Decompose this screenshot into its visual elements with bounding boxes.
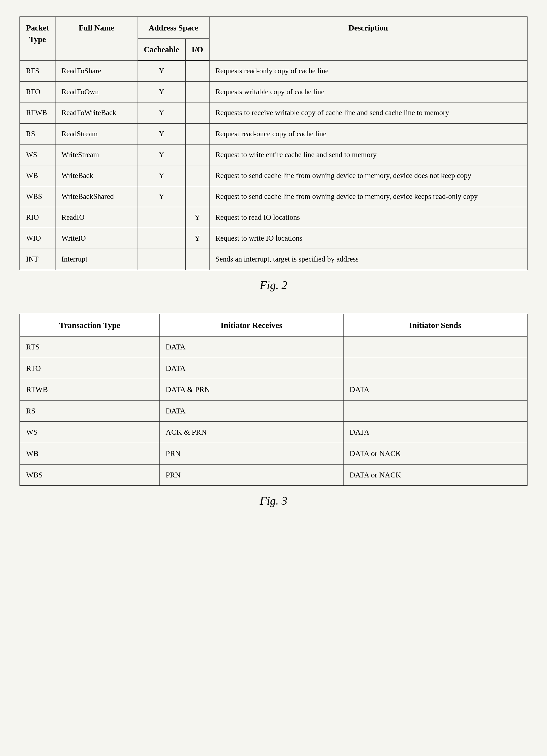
fig3-header-row: Transaction Type Initiator Receives Init… (20, 314, 527, 337)
fig3-cell-transaction-type: RS (20, 400, 160, 422)
fig2-cell-cacheable: Y (138, 186, 185, 207)
fig2-cell-packet-type: RS (20, 123, 55, 144)
fig3-caption: Fig. 3 (20, 494, 527, 507)
fig2-row: INTInterruptSends an interrupt, target i… (20, 249, 527, 270)
fig3-container: Transaction Type Initiator Receives Init… (20, 314, 527, 508)
fig2-cell-description: Request read-once copy of cache line (209, 123, 527, 144)
fig2-header-top: PacketType Full Name Address Space Descr… (20, 17, 527, 39)
fig2-cell-description: Request to send cache line from owning d… (209, 186, 527, 207)
fig2-cell-cacheable (138, 207, 185, 228)
fig2-cell-packet-type: RIO (20, 207, 55, 228)
fig3-row: RTODATA (20, 358, 527, 379)
fig2-row: WBSWriteBackSharedYRequest to send cache… (20, 186, 527, 207)
fig3-cell-transaction-type: WBS (20, 464, 160, 486)
fig3-row: WSACK & PRNDATA (20, 422, 527, 443)
fig2-caption: Fig. 2 (20, 279, 527, 292)
fig2-row: RSReadStreamYRequest read-once copy of c… (20, 123, 527, 144)
fig2-cell-cacheable: Y (138, 60, 185, 82)
fig2-row: RTWBReadToWriteBackYRequests to receive … (20, 102, 527, 123)
fig2-cell-cacheable (138, 249, 185, 270)
fig3-cell-initiator-sends (343, 400, 527, 422)
fig2-cell-description: Request to read IO locations (209, 207, 527, 228)
fig2-row: RTSReadToShareYRequests read-only copy o… (20, 60, 527, 82)
fig3-cell-transaction-type: RTWB (20, 379, 160, 401)
fig3-cell-initiator-sends: DATA (343, 422, 527, 443)
fig2-tbody: RTSReadToShareYRequests read-only copy o… (20, 60, 527, 270)
fig2-row: RTOReadToOwnYRequests writable copy of c… (20, 82, 527, 102)
fig3-row: RTWBDATA & PRNDATA (20, 379, 527, 401)
fig2-cell-description: Sends an interrupt, target is specified … (209, 249, 527, 270)
fig2-cell-full-name: ReadToOwn (55, 82, 138, 102)
fig3-tbody: RTSDATARTODATARTWBDATA & PRNDATARSDATAWS… (20, 336, 527, 486)
fig2-cell-cacheable: Y (138, 123, 185, 144)
page-wrapper: PacketType Full Name Address Space Descr… (20, 16, 527, 507)
fig2-cell-io (185, 165, 209, 186)
fig3-cell-initiator-receives: DATA (160, 400, 343, 422)
fig2-cell-cacheable (138, 228, 185, 249)
fig2-cell-description: Request to write IO locations (209, 228, 527, 249)
fig2-row: RIOReadIOYRequest to read IO locations (20, 207, 527, 228)
fig2-cell-cacheable: Y (138, 165, 185, 186)
fig3-cell-transaction-type: WB (20, 443, 160, 464)
fig3-cell-initiator-receives: DATA (160, 358, 343, 379)
fig3-table: Transaction Type Initiator Receives Init… (20, 314, 527, 486)
fig2-cell-io (185, 249, 209, 270)
fig2-cell-io: Y (185, 228, 209, 249)
fig2-row: WBWriteBackYRequest to send cache line f… (20, 165, 527, 186)
col-header-address-space: Address Space (138, 17, 209, 39)
fig3-row: WBPRNDATA or NACK (20, 443, 527, 464)
fig3-row: WBSPRNDATA or NACK (20, 464, 527, 486)
fig2-cell-full-name: ReadStream (55, 123, 138, 144)
fig3-cell-initiator-sends: DATA or NACK (343, 464, 527, 486)
fig3-cell-initiator-receives: DATA & PRN (160, 379, 343, 401)
fig2-cell-packet-type: WB (20, 165, 55, 186)
fig2-cell-io (185, 102, 209, 123)
fig2-cell-packet-type: INT (20, 249, 55, 270)
fig3-cell-initiator-receives: DATA (160, 336, 343, 358)
fig3-cell-initiator-sends (343, 358, 527, 379)
fig2-cell-description: Requests read-only copy of cache line (209, 60, 527, 82)
fig3-cell-transaction-type: RTO (20, 358, 160, 379)
fig3-cell-transaction-type: RTS (20, 336, 160, 358)
fig2-container: PacketType Full Name Address Space Descr… (20, 16, 527, 292)
fig2-cell-packet-type: WBS (20, 186, 55, 207)
fig3-cell-initiator-receives: PRN (160, 464, 343, 486)
fig2-row: WSWriteStreamYRequest to write entire ca… (20, 144, 527, 165)
fig3-cell-initiator-sends: DATA (343, 379, 527, 401)
fig3-row: RSDATA (20, 400, 527, 422)
col-header-io: I/O (185, 39, 209, 61)
col-header-initiator-receives: Initiator Receives (160, 314, 343, 337)
fig2-table: PacketType Full Name Address Space Descr… (20, 16, 527, 270)
fig2-cell-cacheable: Y (138, 82, 185, 102)
fig2-cell-cacheable: Y (138, 144, 185, 165)
col-header-full-name: Full Name (55, 17, 138, 60)
fig3-cell-initiator-sends: DATA or NACK (343, 443, 527, 464)
fig2-cell-description: Request to send cache line from owning d… (209, 165, 527, 186)
fig2-cell-description: Requests to receive writable copy of cac… (209, 102, 527, 123)
col-header-initiator-sends: Initiator Sends (343, 314, 527, 337)
fig3-cell-initiator-receives: ACK & PRN (160, 422, 343, 443)
fig2-cell-full-name: ReadIO (55, 207, 138, 228)
fig3-cell-initiator-sends (343, 336, 527, 358)
fig2-cell-packet-type: WS (20, 144, 55, 165)
fig2-cell-io (185, 144, 209, 165)
fig3-cell-transaction-type: WS (20, 422, 160, 443)
fig2-cell-io (185, 60, 209, 82)
fig2-row: WIOWriteIOYRequest to write IO locations (20, 228, 527, 249)
fig2-cell-description: Requests writable copy of cache line (209, 82, 527, 102)
fig2-cell-full-name: ReadToShare (55, 60, 138, 82)
fig2-cell-cacheable: Y (138, 102, 185, 123)
fig2-cell-full-name: Interrupt (55, 249, 138, 270)
col-header-description: Description (209, 17, 527, 60)
fig2-cell-full-name: WriteBack (55, 165, 138, 186)
fig2-cell-io (185, 82, 209, 102)
fig2-cell-io (185, 123, 209, 144)
fig2-cell-packet-type: RTWB (20, 102, 55, 123)
fig2-cell-full-name: ReadToWriteBack (55, 102, 138, 123)
fig2-cell-full-name: WriteStream (55, 144, 138, 165)
fig2-cell-full-name: WriteBackShared (55, 186, 138, 207)
fig3-cell-initiator-receives: PRN (160, 443, 343, 464)
fig2-cell-packet-type: RTO (20, 82, 55, 102)
fig2-cell-packet-type: RTS (20, 60, 55, 82)
fig2-cell-io: Y (185, 207, 209, 228)
